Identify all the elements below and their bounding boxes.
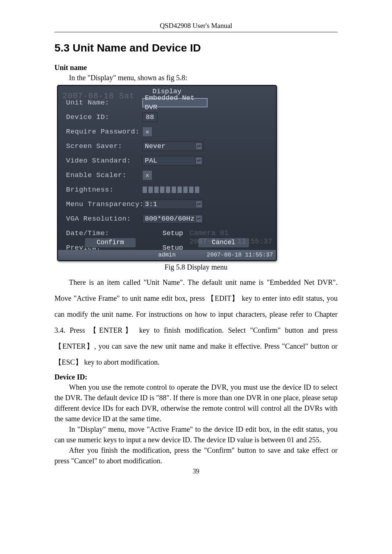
row-video-standard: Video Standard: PAL ▲▼ (66, 153, 271, 168)
label-unit-name: Unit Name: (66, 99, 142, 107)
figure-5-8: 2007-08-18 Sat Display Unit Name: Embedd… (57, 85, 275, 261)
page-header: QSD42908 User's Manual (54, 22, 338, 30)
input-device-id[interactable]: 88 (142, 112, 158, 122)
paragraph-device-id-2: In "Display" menu, move "Active Frame" t… (54, 424, 338, 445)
osd-camera-overlay: Camera 01 2007-08-18 11:55:37 (189, 229, 272, 246)
row-device-id: Device ID: 88 (66, 110, 271, 124)
header-rule (54, 32, 338, 32)
label-menu-transparency: Menu Transparency: (66, 200, 142, 208)
label-video-standard: Video Standard: (66, 157, 142, 165)
label-brightness: Brightness: (66, 186, 142, 194)
row-brightness: Brightness: (66, 182, 271, 197)
row-menu-transparency: Menu Transparency: 3:1 ▲▼ (66, 197, 271, 212)
spinner-icon: ▲▼ (196, 157, 202, 164)
figure-caption: Fig 5.8 Display menu (54, 263, 338, 271)
row-require-password: Require Password: (66, 124, 271, 139)
row-screen-saver: Screen Saver: Never ▲▼ (66, 139, 271, 153)
status-bar: admin 2007-08-18 11:55:37 (58, 250, 276, 260)
select-vga-resolution[interactable]: 800*600/60Hz ▲▼ (142, 214, 203, 223)
value-device-id: 88 (146, 112, 154, 122)
row-vga-resolution: VGA Resolution: 800*600/60Hz ▲▼ (66, 212, 271, 226)
checkbox-require-password[interactable] (142, 127, 152, 137)
label-screen-saver: Screen Saver: (66, 142, 142, 150)
spinner-icon: ▲▼ (196, 215, 202, 222)
subhead-unit-name: Unit name (54, 63, 338, 72)
paragraph-unit-name-desc: There is an item called "Unit Name". The… (54, 274, 338, 370)
subhead-device-id: Device ID: (54, 373, 338, 381)
label-date-time: Date/Time: (66, 229, 142, 237)
row-enable-scaler: Enable Scaler: (66, 168, 271, 182)
slider-brightness[interactable] (142, 186, 200, 193)
label-vga-resolution: VGA Resolution: (66, 215, 142, 223)
label-device-id: Device ID: (66, 113, 142, 121)
page-number: 39 (54, 468, 338, 475)
value-menu-transparency: 3:1 (145, 200, 157, 209)
status-user: admin (158, 252, 176, 258)
dvr-display-menu: 2007-08-18 Sat Display Unit Name: Embedd… (57, 85, 277, 261)
paragraph-device-id-1: When you use the remote control to opera… (54, 382, 338, 424)
spinner-icon: ▲▼ (196, 143, 202, 150)
select-menu-transparency[interactable]: 3:1 ▲▼ (142, 200, 203, 209)
select-screen-saver[interactable]: Never ▲▼ (142, 141, 203, 151)
confirm-button[interactable]: Confirm (85, 238, 136, 248)
spinner-icon: ▲▼ (196, 201, 202, 208)
label-require-password: Require Password: (66, 128, 142, 136)
paragraph-device-id-3: After you finish the modification, press… (54, 445, 338, 466)
document-page: QSD42908 User's Manual 5.3 Unit Name and… (0, 0, 392, 490)
intro-line: In the "Display" menu, shown as fig 5.8: (54, 73, 338, 83)
input-unit-name[interactable]: Embedded Net DVR (142, 98, 208, 107)
value-vga-resolution: 800*600/60Hz (145, 214, 195, 223)
status-timestamp: 2007-08-18 11:55:37 (207, 252, 273, 258)
value-unit-name: Embedded Net DVR (145, 93, 205, 112)
checkbox-enable-scaler[interactable] (142, 170, 152, 180)
section-title: 5.3 Unit Name and Device ID (54, 42, 338, 54)
value-screen-saver: Never (145, 141, 166, 151)
menu-rows: Unit Name: Embedded Net DVR Device ID: 8… (66, 95, 271, 235)
value-video-standard: PAL (145, 156, 157, 165)
label-enable-scaler: Enable Scaler: (66, 171, 142, 179)
select-video-standard[interactable]: PAL ▲▼ (142, 156, 203, 165)
row-unit-name: Unit Name: Embedded Net DVR (66, 95, 271, 110)
